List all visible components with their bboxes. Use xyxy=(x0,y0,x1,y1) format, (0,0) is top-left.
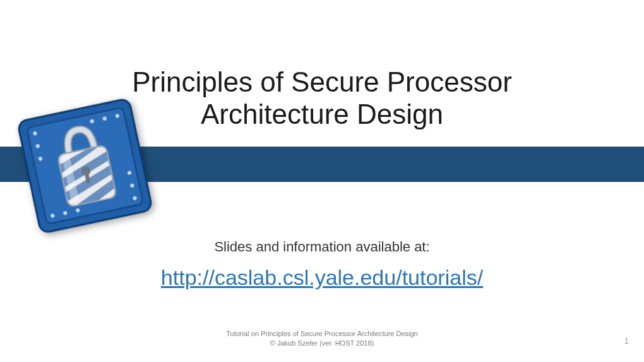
title-line-2: Architecture Design xyxy=(201,99,443,130)
subtitle-text: Slides and information available at: xyxy=(0,239,644,255)
footer-line-2: © Jakub Szefer (ver. HOST 2018) xyxy=(0,339,644,348)
title-line-1: Principles of Secure Processor xyxy=(132,66,512,97)
tutorial-link-container: http://caslab.csl.yale.edu/tutorials/ xyxy=(0,265,644,290)
tutorial-link[interactable]: http://caslab.csl.yale.edu/tutorials/ xyxy=(161,265,483,289)
footer-line-1: Tutorial on Principles of Secure Process… xyxy=(0,329,644,339)
page-number: 1 xyxy=(624,336,629,346)
chip-lock-icon xyxy=(8,89,162,243)
footer: Tutorial on Principles of Secure Process… xyxy=(0,329,644,348)
